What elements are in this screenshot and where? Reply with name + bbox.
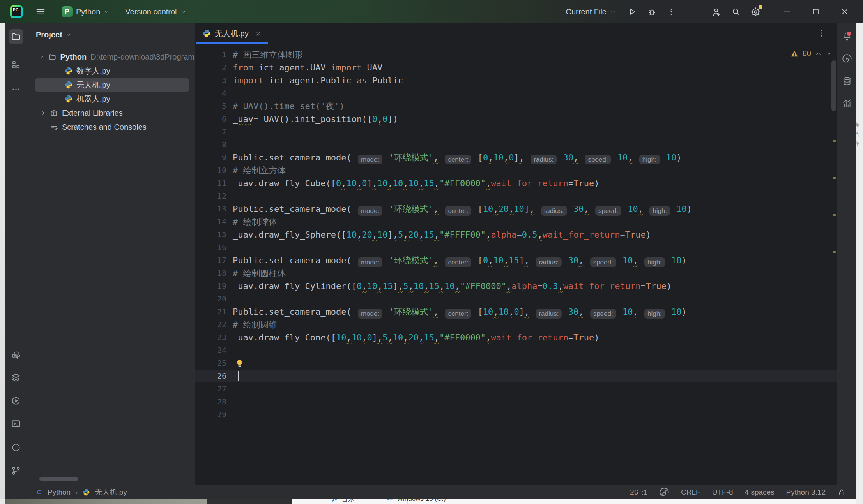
breadcrumb-module[interactable]: Python — [48, 488, 71, 497]
project-widget[interactable]: P Python — [58, 4, 113, 19]
prev-problem-icon[interactable] — [815, 50, 822, 57]
run-button[interactable] — [624, 4, 641, 19]
line-separator-widget[interactable]: CRLF — [681, 488, 700, 497]
tool-window-button-database[interactable] — [840, 74, 854, 88]
minimize-button[interactable] — [777, 3, 797, 20]
line-number[interactable]: 13 — [195, 203, 226, 215]
tool-window-button-project[interactable] — [9, 29, 23, 44]
warning-stripe-mark[interactable] — [833, 177, 836, 179]
more-actions-button[interactable] — [663, 4, 680, 19]
tool-window-button-notifications[interactable] — [840, 29, 854, 44]
tree-item-机器人.py[interactable]: 机器人.py — [27, 92, 195, 106]
line-number[interactable]: 15 — [195, 228, 226, 241]
tree-item-Python[interactable]: PythonD:\temp-download\3dProgram — [27, 50, 195, 64]
line-number[interactable]: 20 — [195, 293, 226, 305]
project-horizontal-scrollbar[interactable] — [39, 477, 78, 481]
line-number[interactable]: 21 — [195, 305, 226, 318]
code-line-8[interactable]: 8 — [195, 138, 837, 151]
code-line-23[interactable]: 23_uav.draw_fly_Cone([10,10,0],5,10,20,1… — [195, 331, 837, 344]
lock-open-icon[interactable] — [837, 488, 846, 497]
tool-window-button-version-control[interactable] — [9, 463, 23, 478]
inspections-widget[interactable]: 60 — [790, 49, 832, 58]
line-number[interactable]: 12 — [195, 190, 226, 203]
line-number[interactable]: 22 — [195, 318, 226, 331]
code-line-2[interactable]: 2from ict_agent.UAV import UAV — [195, 61, 837, 74]
explorer-item-音乐[interactable]: 音乐 — [331, 499, 355, 504]
tool-window-button-more-tool-windows[interactable] — [9, 82, 23, 97]
code-line-7[interactable]: 7 — [195, 125, 837, 138]
code-line-17[interactable]: 17Public.set_camera_mode( mode: '环绕模式', … — [195, 254, 837, 267]
code-line-1[interactable]: 1# 画三维立体图形 — [195, 48, 837, 61]
caret-position-widget[interactable]: 26:1 — [630, 488, 647, 497]
tool-window-button-python-packages[interactable] — [9, 348, 23, 363]
ai-assistant-disabled-icon[interactable] — [659, 487, 669, 497]
search-everywhere-button[interactable] — [727, 4, 745, 19]
tool-window-button-problems[interactable] — [9, 440, 23, 455]
line-number[interactable]: 19 — [195, 280, 226, 293]
line-number[interactable]: 8 — [195, 138, 226, 151]
line-number[interactable]: 4 — [195, 87, 226, 100]
code-line-20[interactable]: 20 — [195, 293, 837, 305]
code-line-22[interactable]: 22# 绘制圆锥 — [195, 318, 837, 331]
line-number[interactable]: 5 — [195, 100, 226, 113]
tree-item-数字人.py[interactable]: 数字人.py — [27, 64, 195, 78]
interpreter-widget[interactable]: Python 3.12 — [786, 488, 826, 497]
code-line-28[interactable]: 28 — [195, 395, 837, 408]
code-line-4[interactable]: 4 — [195, 87, 837, 100]
code-line-10[interactable]: 10# 绘制立方体 — [195, 164, 837, 177]
line-number[interactable]: 6 — [195, 113, 226, 125]
main-menu-button[interactable] — [32, 4, 49, 19]
settings-button[interactable] — [747, 4, 764, 19]
code-line-25[interactable]: 25 — [195, 357, 837, 370]
chevron-right-icon[interactable] — [39, 110, 48, 116]
code-line-18[interactable]: 18# 绘制圆柱体 — [195, 267, 837, 280]
run-configuration-selector[interactable]: Current File — [563, 5, 619, 19]
close-button[interactable] — [835, 3, 854, 20]
line-number[interactable]: 14 — [195, 215, 226, 228]
tool-window-button-services[interactable] — [9, 393, 23, 408]
tree-item-无人机.py[interactable]: 无人机.py — [27, 78, 195, 92]
code-line-6[interactable]: 6_uav= UAV().init_position([0,0]) — [195, 113, 837, 125]
line-number[interactable]: 3 — [195, 74, 226, 87]
intention-bulb-icon[interactable] — [234, 358, 245, 368]
line-number[interactable]: 17 — [195, 254, 226, 267]
code-line-3[interactable]: 3import ict_agent.Public as Public — [195, 74, 837, 87]
code-line-15[interactable]: 15_uav.draw_fly_Sphere([10,20,10],5,20,1… — [195, 228, 837, 241]
code-line-9[interactable]: 9Public.set_camera_mode( mode: '环绕模式', c… — [195, 151, 837, 164]
explorer-item-Windows 10 (C:)[interactable]: Windows 10 (C:) — [386, 499, 446, 503]
tab-close-icon[interactable] — [255, 30, 262, 37]
tab-uav-file[interactable]: 无人机.py — [196, 23, 268, 44]
line-number[interactable]: 16 — [195, 241, 226, 254]
code-line-21[interactable]: 21Public.set_camera_mode( mode: '环绕模式', … — [195, 305, 837, 318]
code-line-24[interactable]: 24 — [195, 344, 837, 357]
encoding-widget[interactable]: UTF-8 — [712, 488, 733, 497]
next-problem-icon[interactable] — [826, 50, 832, 57]
tree-item-External Libraries[interactable]: External Libraries — [27, 106, 195, 120]
code-line-29[interactable]: 29 — [195, 408, 837, 421]
tree-item-Scratches and Consoles[interactable]: Scratches and Consoles — [27, 120, 195, 134]
editor-options-kebab-icon[interactable] — [817, 28, 827, 38]
line-number[interactable]: 10 — [195, 164, 226, 177]
line-number[interactable]: 9 — [195, 151, 226, 164]
line-number[interactable]: 23 — [195, 331, 226, 344]
line-number[interactable]: 2 — [195, 61, 226, 74]
line-number[interactable]: 29 — [195, 408, 226, 421]
line-number[interactable]: 11 — [195, 177, 226, 190]
warning-stripe-mark[interactable] — [833, 140, 836, 142]
code-line-16[interactable]: 16 — [195, 241, 837, 254]
maximize-button[interactable] — [806, 3, 826, 20]
code-line-14[interactable]: 14# 绘制球体 — [195, 215, 837, 228]
code-line-26[interactable]: 26 — [195, 370, 837, 382]
line-number[interactable]: 7 — [195, 125, 226, 138]
line-number[interactable]: 28 — [195, 395, 226, 408]
version-control-menu[interactable]: Version control — [122, 5, 189, 19]
line-number[interactable]: 24 — [195, 344, 226, 357]
debug-button[interactable] — [643, 4, 660, 19]
tool-window-button-terminal[interactable] — [9, 416, 23, 431]
indent-widget[interactable]: 4 spaces — [745, 488, 775, 497]
code-line-27[interactable]: 27 — [195, 382, 837, 395]
tool-window-button-plots[interactable] — [840, 96, 854, 111]
warning-stripe-mark[interactable] — [833, 214, 836, 216]
code-line-11[interactable]: 11_uav.draw_fly_Cube([0,10,0],10,10,10,1… — [195, 177, 837, 190]
project-panel-header[interactable]: Project — [27, 23, 195, 46]
